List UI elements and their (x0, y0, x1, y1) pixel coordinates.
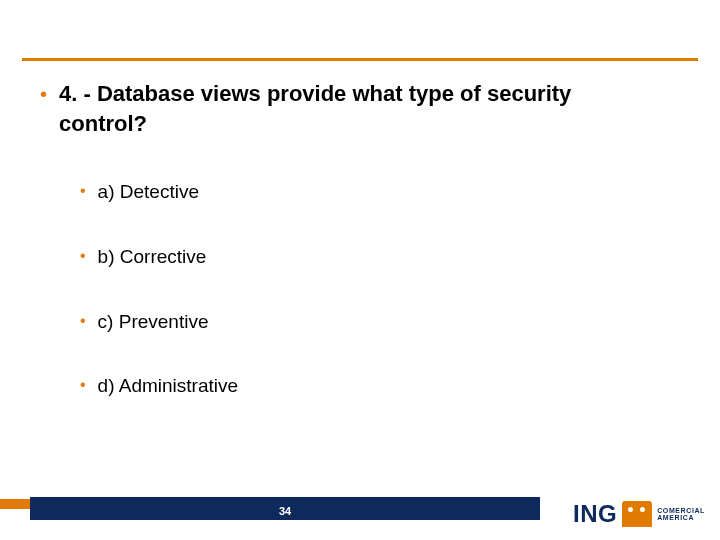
option-b: • b) Corrective (80, 245, 660, 270)
question-row: • 4. - Database views provide what type … (40, 79, 660, 138)
option-text: d) Administrative (98, 374, 238, 399)
question-text: 4. - Database views provide what type of… (59, 79, 660, 138)
bullet-icon: • (80, 375, 86, 396)
footer-main-bar: 34 (30, 497, 540, 520)
page-number: 34 (279, 505, 291, 517)
logo-sub2: AMERICA (657, 514, 705, 521)
logo: ING COMERCIAL AMERICA (573, 500, 705, 528)
footer: 34 ING COMERCIAL AMERICA (0, 484, 720, 540)
option-d: • d) Administrative (80, 374, 660, 399)
logo-brand-text: ING (573, 500, 617, 528)
lion-icon (622, 501, 652, 527)
option-a: • a) Detective (80, 180, 660, 205)
option-text: c) Preventive (98, 310, 209, 335)
bullet-icon: • (80, 181, 86, 202)
bullet-icon: • (80, 311, 86, 332)
option-text: a) Detective (98, 180, 199, 205)
logo-subtext: COMERCIAL AMERICA (657, 507, 705, 522)
option-c: • c) Preventive (80, 310, 660, 335)
logo-sub1: COMERCIAL (657, 507, 705, 514)
bullet-icon: • (80, 246, 86, 267)
bullet-icon: • (40, 81, 47, 107)
header-spacer (0, 0, 720, 58)
content-area: • 4. - Database views provide what type … (0, 61, 720, 399)
option-text: b) Corrective (98, 245, 207, 270)
